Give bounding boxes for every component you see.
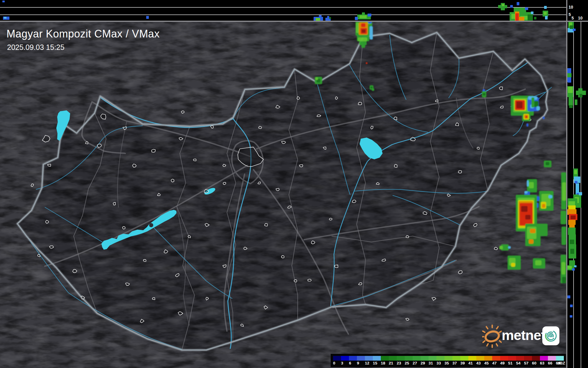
radar-echo xyxy=(572,268,575,271)
radar-echo xyxy=(574,170,577,174)
radar-echo xyxy=(570,315,572,318)
radar-echo xyxy=(4,17,6,19)
brand-logo: metnet xyxy=(482,323,568,348)
radar-echo xyxy=(526,123,528,127)
radar-echo xyxy=(2,1,5,2)
radar-echo xyxy=(562,277,566,283)
legend-label: 9 xyxy=(357,361,366,365)
radar-echo xyxy=(510,5,513,8)
settlement-outline xyxy=(171,179,174,182)
radar-echo xyxy=(542,204,545,208)
radar-echo xyxy=(561,262,565,274)
settlement-outline xyxy=(144,259,146,261)
radar-echo xyxy=(579,94,582,97)
legend-label: 25 xyxy=(405,361,414,365)
legend-label: 23 xyxy=(397,361,406,365)
radar-echo xyxy=(579,192,582,195)
legend-block xyxy=(516,356,524,361)
radar-echo xyxy=(508,246,511,249)
radar-echo xyxy=(519,17,524,21)
legend-label: 0 xyxy=(333,361,342,365)
top-profile-panel xyxy=(0,0,566,21)
legend-label: 66 xyxy=(548,361,557,365)
legend-label: 35 xyxy=(444,361,453,365)
legend-block xyxy=(373,356,381,361)
radar-echo xyxy=(534,101,538,107)
legend-label: 60 xyxy=(532,361,541,365)
radar-echo xyxy=(521,206,528,212)
sun-icon xyxy=(482,323,502,348)
profile-corner xyxy=(566,0,588,21)
legend-label: 21 xyxy=(389,361,398,365)
dbz-scale: dBZ 036912151821232527293133353739414345… xyxy=(331,354,566,367)
radar-echo xyxy=(528,14,533,21)
radar-echo xyxy=(570,25,573,29)
radar-echo xyxy=(569,201,575,206)
radar-echo xyxy=(327,16,329,18)
settlement-outline xyxy=(308,279,311,281)
radar-echo xyxy=(569,260,575,266)
radar-echo xyxy=(568,220,576,225)
radar-echo xyxy=(536,106,540,110)
radar-echo xyxy=(544,6,547,9)
radar-app: Magyar Kompozit CMax / VMax 2025.09.03 1… xyxy=(0,0,588,368)
radar-echo xyxy=(516,102,523,108)
settlement-outline xyxy=(281,256,284,258)
legend-block xyxy=(413,356,421,361)
radar-echo xyxy=(511,263,515,267)
brand-name: metnet xyxy=(502,327,545,343)
radar-echo xyxy=(529,239,533,244)
radar-echo xyxy=(545,16,548,19)
radar-echo xyxy=(570,240,574,244)
radar-echo xyxy=(527,180,529,187)
radar-echo xyxy=(549,195,552,198)
radar-echo xyxy=(361,23,365,27)
radar-echo xyxy=(538,224,548,236)
radar-echo xyxy=(531,12,533,14)
vertical-divider xyxy=(566,0,567,368)
radar-echo xyxy=(146,16,149,19)
radar-echo xyxy=(571,215,576,219)
legend-label: 27 xyxy=(413,361,421,365)
radar-echo xyxy=(569,97,573,106)
settlement-outline xyxy=(394,164,397,167)
radar-echo xyxy=(530,229,536,233)
settlement-outline xyxy=(458,171,462,173)
legend-label: 49 xyxy=(500,361,509,365)
legend-label: 54 xyxy=(516,361,525,365)
legend-block xyxy=(437,356,444,361)
settlement-outline xyxy=(276,188,279,191)
right-profile-panel xyxy=(566,22,588,368)
metnet-app-icon xyxy=(542,326,559,345)
settlement-outline xyxy=(458,271,462,274)
radar-echo xyxy=(515,13,519,21)
legend-block xyxy=(452,356,460,361)
legend-block xyxy=(381,356,389,361)
radar-echo xyxy=(361,44,365,48)
legend-block xyxy=(556,356,564,361)
radar-echo xyxy=(362,12,365,15)
radar-echo xyxy=(546,162,549,165)
radar-echo xyxy=(568,79,571,83)
settlement-outline xyxy=(294,280,297,282)
legend-block xyxy=(548,356,556,361)
right-axis-10km-label: 10 xyxy=(578,16,583,20)
radar-echo xyxy=(568,228,576,235)
radar-echo xyxy=(366,62,368,64)
radar-echo xyxy=(370,26,373,40)
legend-label: 51 xyxy=(508,361,517,365)
radar-echo xyxy=(499,246,503,249)
legend-block xyxy=(365,356,373,361)
radar-echo xyxy=(358,37,367,41)
legend-block xyxy=(389,356,397,361)
settlement-outline xyxy=(122,227,125,229)
legend-block xyxy=(429,356,437,361)
radar-echo xyxy=(535,260,541,265)
radar-echo xyxy=(567,295,570,298)
legend-label: 37 xyxy=(452,361,461,365)
legend-block xyxy=(405,356,413,361)
radar-echo xyxy=(543,117,545,119)
radar-echo xyxy=(524,191,528,194)
top-axis-5km-label: 5 xyxy=(569,12,571,17)
radar-echo xyxy=(575,181,577,184)
